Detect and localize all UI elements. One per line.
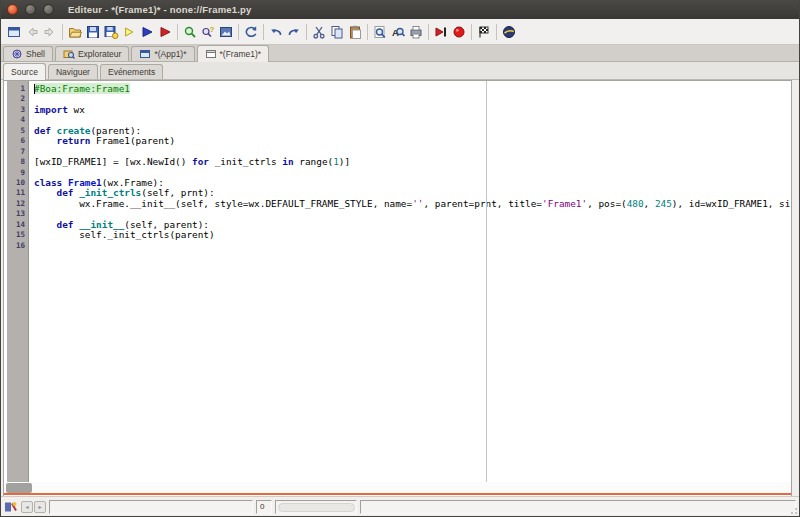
copy-button[interactable] bbox=[328, 21, 346, 43]
toolbar: ?A bbox=[1, 19, 799, 45]
code-token: 245 bbox=[655, 198, 672, 209]
view-tab-label: Evénements bbox=[108, 67, 155, 77]
toolbar-separator bbox=[177, 24, 178, 40]
status-message-field bbox=[49, 500, 253, 514]
run-module-button[interactable] bbox=[138, 21, 156, 43]
module-tabs: ShellExplorateur*(App1)**(Frame1)* bbox=[1, 45, 799, 62]
code-token: def bbox=[57, 219, 74, 230]
code-token: import bbox=[34, 104, 68, 115]
view-tab-label: Source bbox=[11, 67, 38, 77]
toggle-breakpoint-button[interactable] bbox=[450, 21, 468, 43]
view-tab-source[interactable]: Source bbox=[3, 63, 46, 80]
line-number-margin[interactable]: 12345678910111213141516 bbox=[7, 81, 29, 482]
view-tab-navigate[interactable]: Naviguer bbox=[48, 64, 98, 79]
inspector-button[interactable] bbox=[181, 21, 199, 43]
code-line[interactable]: wx.Frame.__init__(self, style=wx.DEFAULT… bbox=[34, 199, 791, 209]
print-button[interactable] bbox=[407, 21, 425, 43]
maximize-button[interactable] bbox=[43, 4, 54, 15]
code-token: _init_ctrls bbox=[79, 187, 141, 198]
frame-designer-button[interactable] bbox=[5, 21, 23, 43]
code-line[interactable]: return Frame1(parent) bbox=[34, 136, 791, 146]
run-application-button[interactable] bbox=[156, 21, 174, 43]
code-token: )] bbox=[339, 156, 350, 167]
code-line[interactable]: import wx bbox=[34, 105, 791, 115]
status-counter-field: 0 bbox=[256, 500, 272, 514]
status-nav-left-button[interactable]: ◂ bbox=[21, 501, 33, 513]
resize-grip[interactable] bbox=[789, 506, 797, 514]
toolbar-separator bbox=[367, 24, 368, 40]
code-line[interactable] bbox=[34, 94, 791, 104]
horizontal-scrollbar[interactable] bbox=[4, 482, 791, 496]
reload-module-button[interactable] bbox=[242, 21, 260, 43]
code-token bbox=[34, 187, 57, 198]
toolbar-separator bbox=[428, 24, 429, 40]
toolbar-separator bbox=[496, 24, 497, 40]
code-line[interactable]: #Boa:Frame:Frame1 bbox=[34, 84, 791, 94]
line-number: 5 bbox=[7, 126, 28, 136]
toolbar-separator bbox=[263, 24, 264, 40]
cut-button[interactable] bbox=[310, 21, 328, 43]
code-token: 'Frame1' bbox=[542, 198, 587, 209]
run-to-cursor-button[interactable] bbox=[432, 21, 450, 43]
line-number: 1 bbox=[7, 84, 28, 94]
open-file-button[interactable] bbox=[66, 21, 84, 43]
editor-surface[interactable]: 12345678910111213141516 #Boa:Frame:Frame… bbox=[4, 81, 791, 482]
code-token: wx bbox=[68, 104, 85, 115]
code-line[interactable]: [wxID_FRAME1] = [wx.NewId() for _init_ct… bbox=[34, 157, 791, 167]
nav-back-button[interactable] bbox=[23, 21, 41, 43]
status-nav-right-button[interactable]: ▸ bbox=[34, 501, 46, 513]
code-token: in bbox=[282, 156, 293, 167]
scrollbar-accent-line bbox=[4, 493, 791, 495]
tab-explorer[interactable]: Explorateur bbox=[55, 46, 129, 61]
view-frame-button[interactable] bbox=[217, 21, 235, 43]
status-icon bbox=[4, 500, 18, 514]
help-lookup-button[interactable]: ? bbox=[199, 21, 217, 43]
code-line[interactable]: self._init_ctrls(parent) bbox=[34, 230, 791, 240]
line-number: 2 bbox=[7, 94, 28, 104]
nav-forward-button[interactable] bbox=[41, 21, 59, 43]
code-token: (self, prnt): bbox=[141, 187, 214, 198]
view-tabs: SourceNaviguerEvénements bbox=[1, 62, 799, 80]
code-token: '' bbox=[412, 198, 423, 209]
code-token: def bbox=[57, 187, 74, 198]
view-tab-events[interactable]: Evénements bbox=[100, 64, 163, 79]
line-number: 15 bbox=[7, 230, 28, 240]
find-button[interactable] bbox=[371, 21, 389, 43]
code-token: [wxID_FRAME1] = [wx.NewId() bbox=[34, 156, 192, 167]
save-as-button[interactable] bbox=[102, 21, 120, 43]
undo-button[interactable] bbox=[267, 21, 285, 43]
horizontal-scrollbar-thumb[interactable] bbox=[6, 483, 32, 493]
tab-shell[interactable]: Shell bbox=[3, 46, 53, 61]
help-button[interactable] bbox=[500, 21, 518, 43]
find-again-button[interactable]: A bbox=[389, 21, 407, 43]
redo-button[interactable] bbox=[285, 21, 303, 43]
save-button[interactable] bbox=[84, 21, 102, 43]
tab-frame1[interactable]: *(Frame1)* bbox=[197, 45, 270, 62]
code-line[interactable] bbox=[34, 115, 791, 125]
shell-icon bbox=[11, 48, 23, 60]
code-token: for bbox=[192, 156, 209, 167]
svg-text:?: ? bbox=[210, 24, 215, 33]
source-checker-button[interactable] bbox=[475, 21, 493, 43]
tab-label: Explorateur bbox=[78, 49, 121, 59]
code-token: create bbox=[57, 125, 91, 136]
view-tab-label: Naviguer bbox=[56, 67, 90, 77]
tab-app1[interactable]: *(App1)* bbox=[131, 46, 194, 61]
code-token: self._init_ctrls(parent) bbox=[34, 229, 215, 240]
line-number: 3 bbox=[7, 105, 28, 115]
window-controls bbox=[7, 4, 54, 15]
code-line[interactable] bbox=[34, 241, 791, 251]
titlebar[interactable]: Editeur - *(Frame1)* - none://Frame1.py bbox=[1, 0, 799, 19]
toolbar-separator bbox=[62, 24, 63, 40]
code-token: , bbox=[644, 198, 655, 209]
close-button[interactable] bbox=[7, 4, 18, 15]
check-source-button[interactable] bbox=[120, 21, 138, 43]
status-info-field bbox=[360, 500, 796, 514]
toolbar-separator bbox=[238, 24, 239, 40]
line-number: 10 bbox=[7, 178, 28, 188]
paste-button[interactable] bbox=[346, 21, 364, 43]
code-area[interactable]: #Boa:Frame:Frame1import wxdef create(par… bbox=[29, 81, 791, 482]
minimize-button[interactable] bbox=[25, 4, 36, 15]
app-icon bbox=[139, 48, 151, 60]
code-token: Frame1(parent) bbox=[90, 135, 175, 146]
